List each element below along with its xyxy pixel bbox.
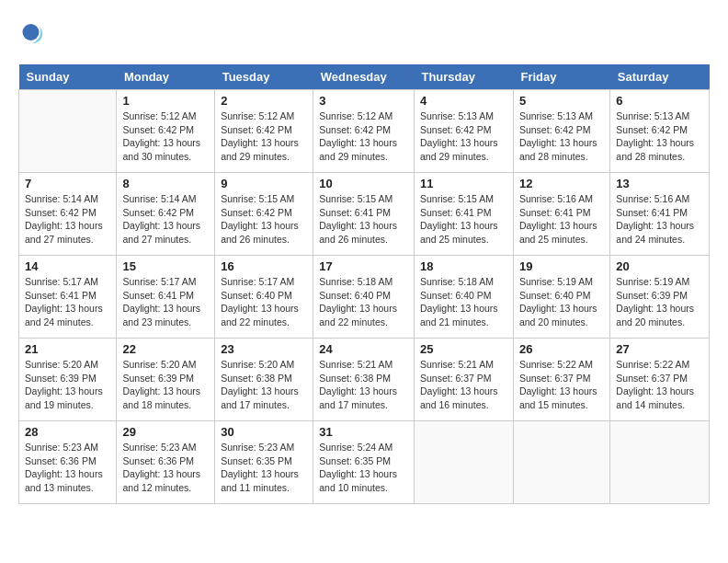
week-row-2: 14Sunrise: 5:17 AM Sunset: 6:41 PM Dayli… — [19, 256, 710, 339]
day-number: 29 — [122, 425, 209, 439]
day-number: 16 — [221, 259, 307, 273]
day-number: 8 — [122, 177, 209, 190]
calendar-cell: 25Sunrise: 5:21 AM Sunset: 6:37 PM Dayli… — [414, 339, 513, 421]
calendar-cell: 24Sunrise: 5:21 AM Sunset: 6:38 PM Dayli… — [313, 339, 415, 421]
day-number: 23 — [221, 342, 307, 356]
calendar-cell: 7Sunrise: 5:14 AM Sunset: 6:42 PM Daylig… — [19, 173, 117, 256]
calendar-cell: 20Sunrise: 5:19 AM Sunset: 6:39 PM Dayli… — [610, 256, 710, 339]
day-info: Sunrise: 5:18 AM Sunset: 6:40 PM Dayligh… — [319, 275, 408, 329]
day-info: Sunrise: 5:13 AM Sunset: 6:42 PM Dayligh… — [519, 109, 604, 164]
day-info: Sunrise: 5:18 AM Sunset: 6:40 PM Dayligh… — [420, 275, 507, 329]
day-info: Sunrise: 5:16 AM Sunset: 6:41 PM Dayligh… — [519, 192, 604, 247]
day-number: 2 — [221, 94, 307, 108]
day-number: 13 — [616, 177, 703, 190]
day-info: Sunrise: 5:15 AM Sunset: 6:42 PM Dayligh… — [221, 192, 307, 247]
day-number: 30 — [221, 425, 307, 439]
header-tuesday: Tuesday — [215, 64, 313, 90]
day-info: Sunrise: 5:19 AM Sunset: 6:40 PM Dayligh… — [519, 275, 604, 329]
calendar-cell: 10Sunrise: 5:15 AM Sunset: 6:41 PM Dayli… — [313, 173, 415, 256]
calendar-cell: 26Sunrise: 5:22 AM Sunset: 6:37 PM Dayli… — [513, 339, 609, 421]
header-monday: Monday — [117, 64, 215, 90]
calendar-cell: 5Sunrise: 5:13 AM Sunset: 6:42 PM Daylig… — [513, 90, 609, 173]
day-info: Sunrise: 5:17 AM Sunset: 6:40 PM Dayligh… — [221, 275, 307, 329]
calendar-cell: 3Sunrise: 5:12 AM Sunset: 6:42 PM Daylig… — [313, 90, 415, 173]
day-number: 9 — [221, 177, 307, 190]
day-info: Sunrise: 5:15 AM Sunset: 6:41 PM Dayligh… — [420, 192, 507, 247]
calendar-cell: 14Sunrise: 5:17 AM Sunset: 6:41 PM Dayli… — [19, 256, 117, 339]
calendar-cell: 30Sunrise: 5:23 AM Sunset: 6:35 PM Dayli… — [215, 421, 313, 504]
calendar-header-row: SundayMondayTuesdayWednesdayThursdayFrid… — [19, 64, 710, 90]
calendar-table: SundayMondayTuesdayWednesdayThursdayFrid… — [18, 64, 710, 504]
calendar-cell: 13Sunrise: 5:16 AM Sunset: 6:41 PM Dayli… — [610, 173, 710, 256]
day-number: 12 — [519, 177, 604, 190]
day-number: 1 — [122, 94, 209, 108]
header-saturday: Saturday — [610, 64, 710, 90]
calendar-cell — [610, 421, 710, 504]
logo — [18, 18, 50, 46]
calendar-cell: 23Sunrise: 5:20 AM Sunset: 6:38 PM Dayli… — [215, 339, 313, 421]
calendar-cell: 4Sunrise: 5:13 AM Sunset: 6:42 PM Daylig… — [414, 90, 513, 173]
day-info: Sunrise: 5:20 AM Sunset: 6:39 PM Dayligh… — [122, 358, 209, 412]
calendar-cell: 21Sunrise: 5:20 AM Sunset: 6:39 PM Dayli… — [19, 339, 117, 421]
day-info: Sunrise: 5:23 AM Sunset: 6:36 PM Dayligh… — [25, 441, 110, 495]
day-number: 4 — [420, 94, 507, 108]
calendar-cell — [414, 421, 513, 504]
day-info: Sunrise: 5:13 AM Sunset: 6:42 PM Dayligh… — [420, 109, 507, 164]
calendar-cell: 28Sunrise: 5:23 AM Sunset: 6:36 PM Dayli… — [19, 421, 117, 504]
header-thursday: Thursday — [414, 64, 513, 90]
day-info: Sunrise: 5:23 AM Sunset: 6:35 PM Dayligh… — [221, 441, 307, 495]
day-number: 7 — [25, 177, 110, 190]
day-number: 18 — [420, 259, 507, 273]
calendar-cell: 19Sunrise: 5:19 AM Sunset: 6:40 PM Dayli… — [513, 256, 609, 339]
calendar-cell: 12Sunrise: 5:16 AM Sunset: 6:41 PM Dayli… — [513, 173, 609, 256]
calendar-cell: 15Sunrise: 5:17 AM Sunset: 6:41 PM Dayli… — [117, 256, 215, 339]
day-number: 27 — [616, 342, 703, 356]
day-number: 14 — [25, 259, 110, 273]
calendar-cell: 1Sunrise: 5:12 AM Sunset: 6:42 PM Daylig… — [117, 90, 215, 173]
calendar-cell: 17Sunrise: 5:18 AM Sunset: 6:40 PM Dayli… — [313, 256, 415, 339]
calendar-cell: 11Sunrise: 5:15 AM Sunset: 6:41 PM Dayli… — [414, 173, 513, 256]
day-info: Sunrise: 5:12 AM Sunset: 6:42 PM Dayligh… — [221, 109, 307, 164]
day-info: Sunrise: 5:13 AM Sunset: 6:42 PM Dayligh… — [616, 109, 703, 164]
calendar-cell: 16Sunrise: 5:17 AM Sunset: 6:40 PM Dayli… — [215, 256, 313, 339]
calendar-cell: 2Sunrise: 5:12 AM Sunset: 6:42 PM Daylig… — [215, 90, 313, 173]
calendar-cell: 27Sunrise: 5:22 AM Sunset: 6:37 PM Dayli… — [610, 339, 710, 421]
calendar-cell: 29Sunrise: 5:23 AM Sunset: 6:36 PM Dayli… — [117, 421, 215, 504]
day-number: 17 — [319, 259, 408, 273]
day-info: Sunrise: 5:20 AM Sunset: 6:39 PM Dayligh… — [25, 358, 110, 412]
calendar-cell — [19, 90, 117, 173]
day-number: 28 — [25, 425, 110, 439]
day-info: Sunrise: 5:17 AM Sunset: 6:41 PM Dayligh… — [122, 275, 209, 329]
day-info: Sunrise: 5:24 AM Sunset: 6:35 PM Dayligh… — [319, 441, 408, 495]
day-number: 22 — [122, 342, 209, 356]
header-wednesday: Wednesday — [313, 64, 415, 90]
calendar-cell: 22Sunrise: 5:20 AM Sunset: 6:39 PM Dayli… — [117, 339, 215, 421]
day-info: Sunrise: 5:16 AM Sunset: 6:41 PM Dayligh… — [616, 192, 703, 247]
day-number: 25 — [420, 342, 507, 356]
day-number: 26 — [519, 342, 604, 356]
logo-icon — [18, 18, 46, 46]
day-info: Sunrise: 5:15 AM Sunset: 6:41 PM Dayligh… — [319, 192, 408, 247]
day-info: Sunrise: 5:14 AM Sunset: 6:42 PM Dayligh… — [25, 192, 110, 247]
day-number: 19 — [519, 259, 604, 273]
calendar-cell: 31Sunrise: 5:24 AM Sunset: 6:35 PM Dayli… — [313, 421, 415, 504]
calendar-cell: 6Sunrise: 5:13 AM Sunset: 6:42 PM Daylig… — [610, 90, 710, 173]
day-number: 15 — [122, 259, 209, 273]
day-info: Sunrise: 5:14 AM Sunset: 6:42 PM Dayligh… — [122, 192, 209, 247]
svg-point-0 — [23, 24, 40, 40]
day-number: 6 — [616, 94, 703, 108]
calendar-cell — [513, 421, 609, 504]
day-number: 3 — [319, 94, 408, 108]
header-friday: Friday — [513, 64, 609, 90]
header-sunday: Sunday — [19, 64, 117, 90]
day-info: Sunrise: 5:12 AM Sunset: 6:42 PM Dayligh… — [122, 109, 209, 164]
day-info: Sunrise: 5:20 AM Sunset: 6:38 PM Dayligh… — [221, 358, 307, 412]
day-number: 31 — [319, 425, 408, 439]
day-info: Sunrise: 5:23 AM Sunset: 6:36 PM Dayligh… — [122, 441, 209, 495]
calendar-cell: 18Sunrise: 5:18 AM Sunset: 6:40 PM Dayli… — [414, 256, 513, 339]
day-number: 10 — [319, 177, 408, 190]
day-number: 24 — [319, 342, 408, 356]
week-row-3: 21Sunrise: 5:20 AM Sunset: 6:39 PM Dayli… — [19, 339, 710, 421]
week-row-4: 28Sunrise: 5:23 AM Sunset: 6:36 PM Dayli… — [19, 421, 710, 504]
week-row-1: 7Sunrise: 5:14 AM Sunset: 6:42 PM Daylig… — [19, 173, 710, 256]
